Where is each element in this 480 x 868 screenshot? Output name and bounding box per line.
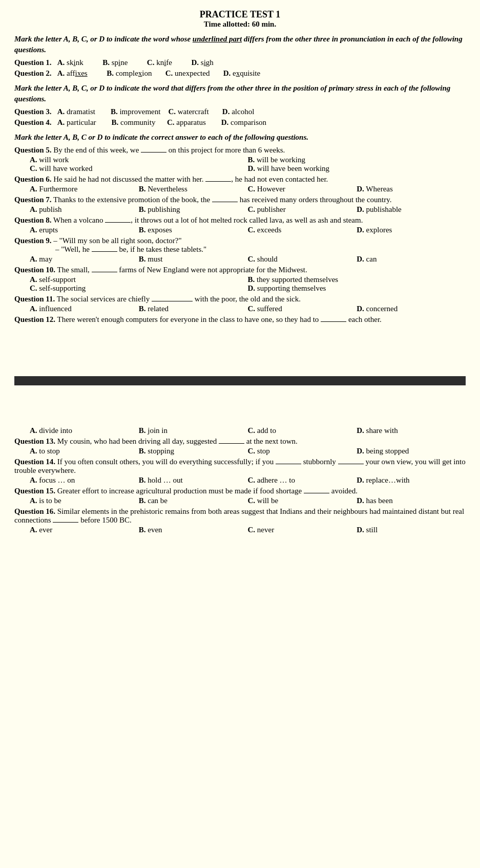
question-8-options: A. erupts B. exposes C. exceeds D. explo… [30, 226, 466, 234]
q16-optA: A. ever [30, 526, 139, 534]
q3-optC: C. watercraft [168, 107, 208, 116]
q1-optD: D. sigh [192, 58, 214, 67]
q12-optB: B. join in [139, 426, 248, 435]
question-16-stem: Question 16. Similar elements in the pre… [14, 507, 466, 525]
question-1-label: Question 1. [14, 58, 55, 67]
sub-title: Time allotted: 60 min. [14, 20, 466, 29]
q6-optB: B. Nevertheless [139, 185, 248, 193]
blank-15 [304, 493, 329, 493]
instruction-1: Mark the letter A, B, C, or D to indicat… [14, 34, 466, 55]
question-15-text: Greater effort to increase agricultural … [57, 487, 358, 495]
question-5-options: A. will work B. will be working C. will … [30, 156, 466, 173]
question-4-line: Question 4. A. particular B. community C… [14, 118, 466, 127]
q5-optC: C. will have worked [30, 164, 248, 173]
question-6-label: Question 6. [14, 175, 52, 183]
q7-optA: A. publish [30, 205, 139, 214]
q14-optD: D. replace…with [357, 476, 466, 485]
title-block: PRACTICE TEST 1 Time allotted: 60 min. [14, 9, 466, 29]
q14-optC: C. adhere … to [248, 476, 357, 485]
question-7-options: A. publish B. publishing C. publisher D.… [30, 205, 466, 214]
question-2-label: Question 2. [14, 69, 55, 77]
question-9-stem: Question 9. – "Will my son be all right … [14, 236, 466, 245]
blank-8 [105, 222, 131, 223]
section-gap [14, 326, 466, 367]
q4-optA: A. particular [57, 118, 96, 126]
question-10: Question 10. The small, farms of New Eng… [14, 266, 466, 293]
q10-optD: D. supporting themselves [248, 284, 466, 293]
question-16: Question 16. Similar elements in the pre… [14, 507, 466, 534]
question-2: Question 2. A. affixes B. complexion C. … [14, 69, 466, 78]
q15-optA: A. is to be [30, 496, 139, 505]
question-7: Question 7. Thanks to the extensive prom… [14, 196, 466, 214]
question-12-bottom: A. divide into B. join in C. add to D. s… [14, 426, 466, 435]
main-title: PRACTICE TEST 1 [14, 9, 466, 20]
question-6-text: He said he had not discussed the matter … [53, 175, 328, 183]
question-10-text: The small, farms of New England were not… [57, 266, 307, 274]
q6-optC: C. However [248, 185, 357, 193]
q9-optD: D. can [357, 255, 466, 264]
q4-optC: C. apparatus [167, 118, 206, 126]
question-12-stem: Question 12. There weren't enough comput… [14, 315, 466, 324]
q1-optB: B. spine [102, 58, 128, 67]
q4-optB: B. community [112, 118, 156, 126]
question-9: Question 9. – "Will my son be all right … [14, 236, 466, 264]
question-12-options: A. divide into B. join in C. add to D. s… [30, 426, 466, 435]
q10-optA: A. self-support [30, 275, 248, 284]
question-13-options: A. to stop B. stopping C. stop D. being … [30, 447, 466, 455]
blank-6 [205, 181, 231, 182]
q14-optA: A. focus … on [30, 476, 139, 485]
q6-optA: A. Furthermore [30, 185, 139, 193]
q12-optA: A. divide into [30, 426, 139, 435]
question-5-stem: Question 5. By the end of this week, we … [14, 146, 466, 155]
question-14-options: A. focus … on B. hold … out C. adhere … … [30, 476, 466, 485]
q16-optB: B. even [139, 526, 248, 534]
question-12-label: Question 12. [14, 315, 55, 323]
question-8-stem: Question 8. When a volcano , it throws o… [14, 216, 466, 225]
question-9-options: A. may B. must C. should D. can [30, 255, 466, 264]
question-5-text: By the end of this week, we on this proj… [53, 146, 285, 154]
question-16-options: A. ever B. even C. never D. still [30, 526, 466, 534]
q6-optD: D. Whereas [357, 185, 466, 193]
question-15-label: Question 15. [14, 487, 55, 495]
q9-optA: A. may [30, 255, 139, 264]
space-after-divider [14, 395, 466, 425]
question-6-stem: Question 6. He said he had not discussed… [14, 175, 466, 184]
q3-optB: B. improvement [111, 107, 161, 116]
question-13-label: Question 13. [14, 437, 55, 445]
q3-optA: A. dramatist [57, 107, 95, 116]
question-14: Question 14. If you often consult others… [14, 458, 466, 485]
question-9-label: Question 9. [14, 236, 52, 245]
question-8-label: Question 8. [14, 216, 52, 224]
divider-bar [14, 376, 466, 385]
q16-optD: D. still [357, 526, 466, 534]
q14-optB: B. hold … out [139, 476, 248, 485]
q7-optD: D. publishable [357, 205, 466, 214]
q11-optD: D. concerned [357, 305, 466, 313]
question-7-stem: Question 7. Thanks to the extensive prom… [14, 196, 466, 204]
question-13: Question 13. My cousin, who had been dri… [14, 437, 466, 455]
question-7-label: Question 7. [14, 196, 52, 204]
blank-14b [338, 464, 364, 464]
blank-13 [219, 443, 244, 444]
question-16-label: Question 16. [14, 507, 55, 515]
q7-optB: B. publishing [139, 205, 248, 214]
q9-optC: C. should [248, 255, 357, 264]
q15-optC: C. will be [248, 496, 357, 505]
question-1-line: Question 1. A. skink B. spine C. knife D… [14, 58, 466, 67]
question-14-text: If you often consult others, you will do… [14, 458, 466, 474]
q2-optB: B. complexion [107, 69, 152, 77]
question-3-line: Question 3. A. dramatist B. improvement … [14, 107, 466, 116]
q5-optD: D. will have been working [248, 164, 466, 173]
q8-optD: D. explores [357, 226, 466, 234]
question-12-top: Question 12. There weren't enough comput… [14, 315, 466, 324]
q2-optA: A. affixes [57, 69, 88, 77]
question-2-line: Question 2. A. affixes B. complexion C. … [14, 69, 466, 78]
question-11-options: A. influenced B. related C. suffered D. … [30, 305, 466, 313]
question-11-text: The social services are chiefly with the… [57, 295, 301, 303]
q1-optA: A. skink [57, 58, 84, 67]
q4-optD: D. comparison [221, 118, 266, 126]
question-10-options: A. self-support B. they supported themse… [30, 275, 466, 293]
q8-optA: A. erupts [30, 226, 139, 234]
q11-optB: B. related [139, 305, 248, 313]
q13-optA: A. to stop [30, 447, 139, 455]
